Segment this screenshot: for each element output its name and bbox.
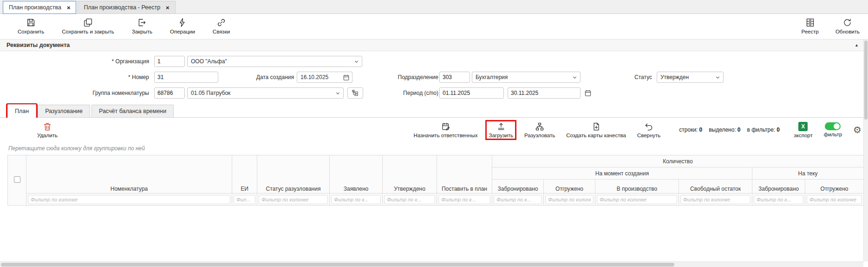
save-button[interactable]: Сохранить [16,17,46,35]
tab-explosion[interactable]: Разузлование [38,105,90,117]
column-filter-input[interactable] [680,195,751,204]
column-filter-input[interactable] [259,195,328,204]
assign-responsible-button[interactable]: Назначить ответственных [412,121,480,139]
window-tab-plan[interactable]: План производства × [3,1,76,14]
band-on-current: На теку [752,167,864,180]
column-filter-input[interactable] [494,195,542,204]
view-tab-bar: План Разузлование Расчёт баланса времени [0,103,868,118]
export-button[interactable]: X экспорт [792,121,815,139]
registry-button[interactable]: Реестр [800,17,821,35]
undo-arrow-icon [644,122,653,131]
vertical-scrollbar-thumb[interactable] [864,40,868,120]
window-tab-bar: План производства × План производства - … [0,0,868,14]
operations-button[interactable]: Операции [168,17,197,35]
period-to-input[interactable] [508,87,581,99]
column-filter-input[interactable] [234,195,255,204]
column-header[interactable]: Отгружено [805,180,864,194]
collapse-icon[interactable]: ▲ [855,43,861,47]
exit-icon [137,18,147,27]
nomenclature-group-select[interactable]: 01.05 Патрубок [187,87,344,99]
select-all-cell [8,155,26,206]
chevron-down-icon [353,59,359,65]
app-window: План производства × План производства - … [0,0,868,267]
load-button[interactable]: Загрузить [487,121,515,139]
registry-icon [805,18,815,27]
upload-icon [496,122,506,131]
department-code-input[interactable] [439,72,470,83]
create-quality-cards-button[interactable]: Создать карты качества [564,121,628,139]
column-header[interactable]: В производство [595,180,679,194]
link-icon [216,18,226,27]
band-on-creation: На момент создания [492,167,752,180]
column-filter-input[interactable] [754,195,803,204]
number-input[interactable] [154,72,218,83]
group-panel[interactable]: Перетащите сюда колонку для группировки … [0,142,868,155]
column-filter-input[interactable] [384,195,435,204]
vertical-scrollbar[interactable] [863,40,868,261]
column-filter-input[interactable] [28,195,230,204]
tree-icon [352,89,359,97]
column-header[interactable]: Статус разузлования [257,155,330,194]
trash-icon [43,122,52,131]
file-plus-icon [592,122,601,131]
column-filter-input[interactable] [438,195,490,204]
nomenclature-tree-button[interactable] [347,87,363,99]
column-filter-input[interactable] [807,195,862,204]
column-header[interactable]: Забронировано [492,180,544,194]
settings-gear-icon[interactable]: ⚙ [853,125,861,134]
close-tab-icon[interactable]: × [67,5,71,11]
horizontal-scrollbar-thumb[interactable] [1,263,674,267]
column-header[interactable]: Номенклатура [26,155,232,194]
collapse-rows-button[interactable]: Свернуть [635,121,662,139]
column-header[interactable]: Утверждено [383,155,437,194]
save-close-icon [83,18,93,27]
column-header[interactable]: Поставить в план [437,155,492,194]
explode-button[interactable]: Разузловать [522,121,557,139]
excel-icon: X [798,122,808,131]
window-tab-registry[interactable]: План производства - Реестр × [78,1,175,13]
column-filter-input[interactable] [597,195,677,204]
organization-label: * Организация [112,56,149,67]
column-header[interactable]: Свободный остаток [679,180,752,194]
close-button[interactable]: Закрыть [130,17,154,35]
department-select[interactable]: Бухгалтерия [472,72,581,83]
select-all-checkbox[interactable] [14,176,20,183]
period-label: Период (с/по) [403,87,438,99]
refresh-icon [842,18,852,27]
grid-body [0,206,868,267]
tab-time-balance[interactable]: Расчёт баланса времени [91,105,174,117]
delete-button[interactable]: Удалить [35,121,59,139]
calendar-icon [343,74,350,81]
filter-toggle[interactable]: фильтр [822,122,844,138]
band-quantity: Количество [492,155,864,167]
links-button[interactable]: Связки [211,17,232,35]
save-and-close-button[interactable]: Сохранить и закрыть [60,17,116,35]
column-header[interactable]: Заявлено [330,155,383,194]
organization-select[interactable]: ООО "Альфа" [187,56,362,67]
hierarchy-icon [535,122,544,131]
close-tab-icon[interactable]: × [166,5,170,11]
selected-counter: выделено:0 [709,127,740,133]
column-header[interactable]: ЕИ [232,155,257,194]
tab-plan[interactable]: План [7,104,36,118]
plan-grid: Номенклатура ЕИ Статус разузлования Заяв… [7,155,864,206]
period-from-input[interactable] [439,87,504,99]
horizontal-scrollbar[interactable] [0,261,863,267]
number-label: * Номер [128,72,149,83]
period-calendar-icon[interactable] [584,87,594,99]
column-header[interactable]: Забронировано [752,180,805,194]
department-label: Подразделение [398,72,438,83]
requisites-title: Реквизиты документа [7,42,70,48]
save-icon [26,18,36,27]
created-date-input[interactable]: 16.10.2025 [297,72,352,83]
column-filter-input[interactable] [545,195,594,204]
status-select[interactable]: Утвержден [657,72,724,83]
organization-code-input[interactable] [154,56,185,67]
column-header[interactable]: Отгружено [544,180,595,194]
calendar-pencil-icon [441,122,450,131]
requisites-header[interactable]: Реквизиты документа ▲ [0,39,868,51]
nomenclature-group-code-input[interactable] [154,87,185,99]
rows-counter: строки:0 [679,127,702,133]
column-filter-input[interactable] [331,195,381,204]
refresh-button[interactable]: Обновить [834,17,861,35]
